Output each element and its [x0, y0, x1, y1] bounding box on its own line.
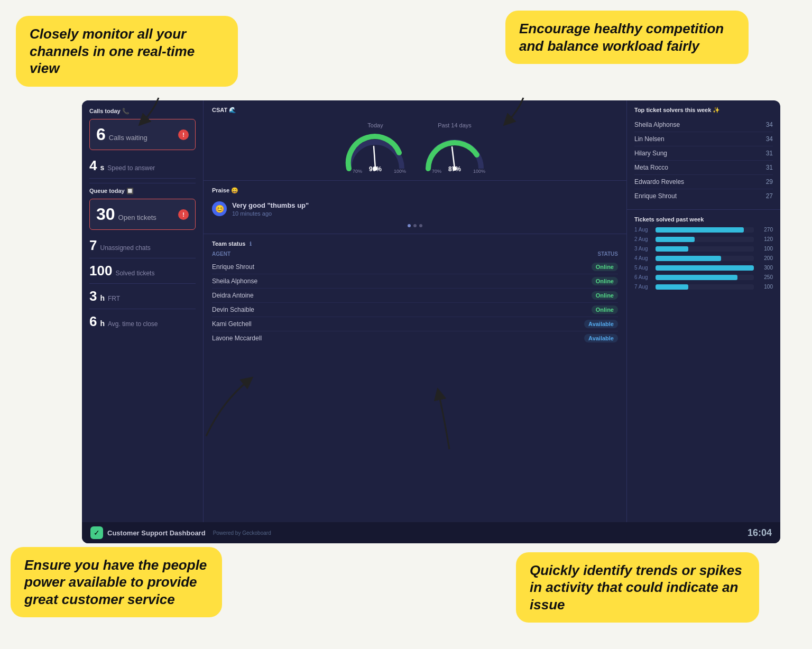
frt-unit: h	[100, 294, 105, 302]
team-section: Team status ℹ Agent Status Enrique Shrou…	[204, 234, 626, 522]
team-row: Sheila Alphonse Online	[212, 274, 618, 289]
praise-text: Very good "thumbs up"	[232, 201, 309, 209]
team-col-status: Status	[597, 251, 618, 257]
solver-score: 31	[766, 164, 773, 171]
chart-bar	[656, 265, 754, 271]
team-row: Kami Getchell Available	[212, 317, 618, 331]
solved-label: Solved tickets	[115, 270, 154, 277]
csat-past: Past 14 days 70% 100%	[420, 122, 489, 174]
dot-3	[419, 224, 422, 227]
chart-value: 200	[758, 255, 773, 261]
chart-bar-wrap	[656, 265, 754, 271]
solved-tickets-row: 100 Solved tickets	[89, 258, 196, 284]
tickets-chart-section: Tickets solved past week 1 Aug 270 2 Aug…	[627, 210, 780, 522]
team-member-status: Online	[592, 305, 618, 314]
annotation-tl: Closely monitor all your channels in one…	[16, 16, 238, 87]
frt-num: 3	[89, 288, 97, 304]
solver-score: 27	[766, 192, 773, 200]
csat-today-value: 90%	[369, 163, 382, 174]
footer-title: Customer Support Dashboard	[107, 529, 206, 537]
solver-name: Lin Nelsen	[634, 135, 665, 143]
chart-bar	[656, 284, 688, 290]
praise-item: 😊 Very good "thumbs up" 10 minutes ago	[212, 198, 618, 220]
panel-right: Top ticket solvers this week ✨ Sheila Al…	[627, 100, 780, 522]
annotation-br: Quickly identify trends or spikes in act…	[516, 552, 759, 623]
csat-today-label: Today	[367, 122, 383, 128]
unassigned-label: Unassigned chats	[100, 244, 150, 252]
tickets-chart-title: Tickets solved past week	[634, 216, 773, 222]
dashboard: Calls today 📞 6 Calls waiting ! 4 s Spee…	[82, 100, 780, 543]
solver-row: Enrique Shrout 27	[634, 189, 773, 203]
chart-day: 5 Aug	[634, 265, 651, 271]
team-member-name: Enrique Shrout	[212, 263, 254, 271]
chart-value: 100	[758, 246, 773, 252]
solver-score: 29	[766, 178, 773, 186]
solver-score: 34	[766, 121, 773, 128]
unassigned-chats-row: 7 Unassigned chats	[89, 233, 196, 258]
csat-past-value: 87%	[448, 163, 461, 174]
team-member-name: Lavone Mccardell	[212, 335, 262, 342]
chart-row: 2 Aug 120	[634, 236, 773, 242]
team-row: Deidra Antoine Online	[212, 289, 618, 303]
team-row: Lavone Mccardell Available	[212, 331, 618, 345]
solver-row: Sheila Alphonse 34	[634, 118, 773, 132]
chart-day: 3 Aug	[634, 246, 651, 252]
chart-bar-wrap	[656, 246, 754, 252]
team-member-status: Online	[592, 277, 618, 285]
praise-title: Praise 😄	[212, 187, 618, 194]
frt-row: 3 h FRT	[89, 284, 196, 309]
team-member-status: Online	[592, 263, 618, 271]
solver-name: Hilary Sung	[634, 150, 667, 157]
solver-name: Edwardo Reveles	[634, 178, 684, 186]
chart-day: 4 Aug	[634, 255, 651, 261]
chart-bar-wrap	[656, 237, 754, 242]
chart-row: 6 Aug 250	[634, 274, 773, 280]
chart-bar-wrap	[656, 275, 754, 280]
calls-waiting-label: Calls waiting	[109, 134, 147, 142]
solver-rows-container: Sheila Alphonse 34 Lin Nelsen 34 Hilary …	[634, 118, 773, 203]
solver-score: 31	[766, 150, 773, 157]
svg-text:100%: 100%	[473, 169, 485, 174]
calls-alert-icon: !	[178, 129, 189, 140]
solver-name: Sheila Alphonse	[634, 121, 680, 128]
team-member-status: Available	[584, 334, 618, 342]
annotation-bl: Ensure you have the people power availab…	[11, 547, 222, 618]
calls-waiting-box: 6 Calls waiting !	[89, 119, 196, 150]
csat-past-label: Past 14 days	[438, 122, 472, 128]
team-member-name: Kami Getchell	[212, 320, 252, 328]
annotation-tr: Encourage healthy competition and balanc…	[505, 11, 749, 64]
avg-close-row: 6 h Avg. time to close	[89, 309, 196, 334]
team-member-name: Deidra Antoine	[212, 292, 254, 299]
chart-bar	[656, 227, 744, 233]
speed-num: 4	[89, 157, 97, 174]
top-solvers-title: Top ticket solvers this week ✨	[634, 107, 773, 114]
svg-text:100%: 100%	[394, 169, 406, 174]
chart-bar-wrap	[656, 256, 754, 261]
chart-value: 270	[758, 227, 773, 233]
chart-value: 100	[758, 284, 773, 290]
calls-section-title: Calls today 📞	[89, 108, 196, 115]
dot-1	[408, 224, 411, 227]
chart-bar	[656, 275, 737, 280]
footer-logo: ✓	[90, 526, 103, 539]
svg-text:70%: 70%	[432, 169, 441, 174]
team-row: Devin Schaible Online	[212, 303, 618, 317]
solver-score: 34	[766, 135, 773, 143]
chart-row: 3 Aug 100	[634, 246, 773, 252]
team-title: Team status ℹ	[212, 240, 618, 247]
praise-section: Praise 😄 😊 Very good "thumbs up" 10 minu…	[204, 181, 626, 234]
open-tickets-num: 30	[96, 205, 115, 224]
avg-close-label: Avg. time to close	[108, 320, 158, 328]
team-row: Enrique Shrout Online	[212, 260, 618, 274]
top-solvers-section: Top ticket solvers this week ✨ Sheila Al…	[627, 100, 780, 210]
panel-left: Calls today 📞 6 Calls waiting ! 4 s Spee…	[82, 100, 204, 522]
chart-row: 1 Aug 270	[634, 227, 773, 233]
chart-day: 1 Aug	[634, 227, 651, 233]
chart-row: 5 Aug 300	[634, 265, 773, 271]
open-tickets-box: 30 Open tickets !	[89, 199, 196, 230]
unassigned-num: 7	[89, 237, 97, 254]
team-rows-container: Enrique Shrout Online Sheila Alphonse On…	[212, 260, 618, 345]
solver-row: Meta Rocco 31	[634, 161, 773, 175]
solver-name: Enrique Shrout	[634, 192, 677, 200]
solver-row: Edwardo Reveles 29	[634, 175, 773, 189]
